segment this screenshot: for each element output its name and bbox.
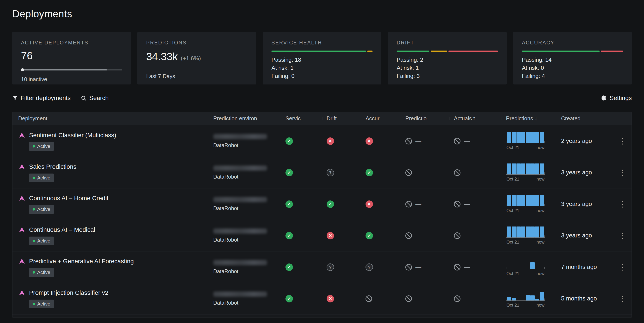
predictions-sparkline-cell: Oct 21 now [502, 164, 557, 182]
status-none-icon [366, 296, 372, 302]
kebab-menu-icon[interactable]: ⋮ [618, 263, 626, 271]
active-dot-icon [32, 176, 35, 179]
prediction-env-redacted [213, 292, 267, 297]
deployment-icon [18, 132, 26, 139]
spark-bar [507, 297, 511, 300]
spark-bar [530, 164, 534, 174]
drift-cell: ✕ [322, 138, 361, 145]
created-cell: 3 years ago [557, 232, 613, 239]
kebab-menu-icon[interactable]: ⋮ [618, 137, 626, 145]
spark-bar [521, 164, 525, 174]
spark-bar [540, 292, 544, 300]
status-badge-label: Active [37, 270, 50, 275]
predictions-sparkline: Oct 21 now [506, 195, 545, 213]
table-body: Sentiment Classifier (Multiclass) Active… [12, 126, 632, 314]
spark-bar [526, 226, 530, 238]
summary-card-drift: DRIFTPassing: 2At risk: 1Failing: 3 [388, 32, 506, 84]
row-menu-cell: ⋮ [613, 126, 631, 157]
prediction-env-platform: DataRobot [213, 205, 281, 212]
prediction-issues-cell: — [401, 169, 450, 176]
prediction-issues-cell: — [401, 264, 450, 270]
spark-bar [512, 132, 516, 143]
kebab-menu-icon[interactable]: ⋮ [618, 232, 626, 240]
prediction-env-redacted [213, 134, 267, 139]
deployment-row[interactable]: Sentiment Classifier (Multiclass) Active… [12, 126, 632, 157]
status-segment-passing [272, 50, 366, 52]
status-badge: Active [29, 142, 54, 151]
kebab-menu-icon[interactable]: ⋮ [618, 295, 626, 303]
column-header-drift[interactable]: Drift [322, 115, 361, 122]
status-pass-icon: ✓ [286, 295, 293, 302]
filter-deployments-label: Filter deployments [20, 94, 71, 102]
settings-button[interactable]: Settings [601, 94, 632, 102]
column-header-accur-[interactable]: Accur… [361, 115, 401, 122]
status-segment-passing [522, 50, 600, 52]
no-value-dash: — [464, 169, 470, 176]
status-unknown-icon: ? [366, 264, 373, 271]
deployment-name: Continuous AI – Medical [29, 226, 95, 233]
status-segment-failing [448, 50, 498, 52]
status-unknown-icon: ? [326, 169, 334, 176]
spark-bar [516, 226, 520, 238]
spark-bar [521, 132, 525, 143]
prediction-env-platform: DataRobot [213, 142, 281, 148]
spark-bar [530, 262, 534, 269]
service-health-cell: ✓ [281, 138, 322, 145]
card-label: DRIFT [396, 40, 498, 46]
actuals-cell: — [450, 295, 502, 302]
drift-cell: ✕ [322, 295, 361, 302]
summary-card-accuracy: ACCURACYPassing: 14At risk: 0Failing: 4 [513, 32, 632, 84]
column-header-deployment[interactable]: Deployment [12, 115, 209, 122]
spark-bar [516, 132, 520, 143]
spark-bar [530, 132, 534, 143]
spark-bar [512, 226, 516, 238]
column-header-predictio-[interactable]: Predictio… [401, 115, 450, 122]
status-badge: Active [29, 205, 54, 214]
row-menu-cell: ⋮ [613, 188, 631, 220]
settings-label: Settings [610, 94, 632, 102]
status-segment-at_risk [367, 50, 372, 52]
spark-start-label: Oct 21 [506, 240, 519, 245]
row-menu-cell: ⋮ [613, 220, 631, 251]
prediction-env-redacted [213, 260, 267, 265]
deployment-cell: Prompt Injection Classifier v2 Active [12, 289, 209, 308]
column-header-servic-[interactable]: Servic… [281, 115, 322, 122]
card-label: PREDICTIONS [146, 40, 247, 46]
accuracy-cell: ? [361, 264, 401, 271]
no-value-dash: — [416, 232, 421, 239]
status-badge-label: Active [37, 206, 50, 212]
inactive-count-label: 10 inactive [21, 76, 122, 82]
column-header-prediction-environ-[interactable]: Prediction environ… [209, 115, 281, 122]
status-unknown-icon: ? [326, 264, 334, 271]
column-header-actuals-t-[interactable]: Actuals t… [450, 115, 502, 122]
status-line-1: At risk: 0 [522, 64, 623, 72]
kebab-menu-icon[interactable]: ⋮ [618, 169, 626, 176]
spark-bar [507, 164, 511, 174]
kebab-menu-icon[interactable]: ⋮ [618, 200, 626, 208]
spark-start-label: Oct 21 [506, 271, 519, 276]
prediction-environment-cell: DataRobot [209, 134, 281, 148]
deployment-cell: Sentiment Classifier (Multiclass) Active [12, 132, 209, 151]
no-value-dash: — [464, 138, 470, 144]
active-dot-icon [32, 208, 35, 210]
deployment-row[interactable]: Predictive + Generative AI Forecasting A… [12, 252, 632, 283]
column-header-created[interactable]: Created [557, 115, 613, 122]
search-button[interactable]: Search [81, 94, 109, 102]
spark-bar [526, 164, 530, 174]
deployment-row[interactable]: Sales Predictions Active DataRobot ✓ ? ✓… [12, 157, 632, 188]
status-none-icon [454, 138, 460, 144]
spark-bar [535, 195, 539, 206]
column-header-predictions[interactable]: Predictions↓ [502, 115, 557, 122]
spark-bar [535, 226, 539, 238]
status-none-icon [405, 170, 412, 176]
status-badge: Active [29, 300, 54, 308]
deployment-row[interactable]: Prompt Injection Classifier v2 Active Da… [12, 283, 632, 314]
filter-deployments-button[interactable]: Filter deployments [12, 94, 71, 102]
status-badge: Active [29, 236, 54, 245]
progress-knob [21, 68, 24, 71]
deployment-row[interactable]: Continuous AI – Home Credit Active DataR… [12, 188, 632, 220]
deployment-row[interactable]: Continuous AI – Medical Active DataRobot… [12, 220, 632, 252]
deployment-name: Predictive + Generative AI Forecasting [29, 258, 134, 265]
predictions-period-label: Last 7 Days [146, 73, 247, 80]
spark-bar [512, 298, 516, 300]
